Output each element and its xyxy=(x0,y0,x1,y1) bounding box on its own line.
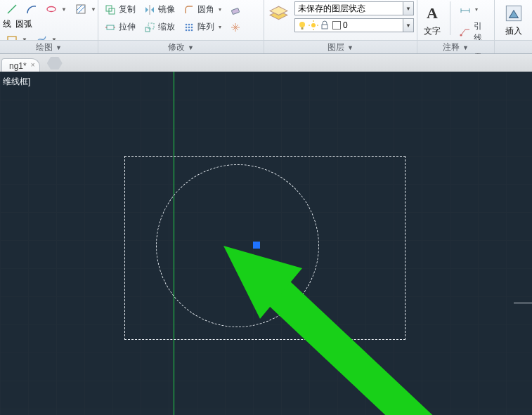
svg-rect-22 xyxy=(301,27,304,29)
arc-label: 圆弧 xyxy=(15,18,32,30)
svg-point-1 xyxy=(47,7,56,12)
stretch-button[interactable]: 拉伸 xyxy=(101,19,139,35)
chevron-down-icon: ▼ xyxy=(403,19,413,32)
svg-rect-28 xyxy=(322,25,327,29)
fillet-button[interactable]: 圆角▾ xyxy=(180,1,225,18)
current-layer-name: 0 xyxy=(343,20,348,30)
chevron-down-icon: ▼ xyxy=(462,44,469,51)
svg-point-13 xyxy=(188,23,190,25)
document-tab[interactable]: ng1* × xyxy=(1,58,40,73)
chevron-down-icon: ▼ xyxy=(61,6,67,13)
svg-point-17 xyxy=(191,26,193,28)
insert-block-button[interactable] xyxy=(502,1,526,25)
mirror-icon xyxy=(144,4,155,15)
svg-line-0 xyxy=(8,5,16,13)
svg-point-18 xyxy=(186,29,188,31)
svg-point-21 xyxy=(299,22,305,27)
arc-icon xyxy=(26,4,37,15)
leader-icon xyxy=(460,27,471,38)
visual-style-label[interactable]: 维线框] xyxy=(3,76,30,88)
panel-title-layer[interactable]: 图层▼ xyxy=(264,40,417,53)
chevron-down-icon: ▼ xyxy=(403,2,413,15)
panel-layer: 未保存的图层状态 ▼ 0 ▼ 图层▼ xyxy=(264,0,417,53)
text-icon: A xyxy=(420,1,444,25)
hatch-icon xyxy=(75,4,86,15)
layer-properties-button[interactable] xyxy=(267,1,290,25)
line-button[interactable] xyxy=(3,1,21,17)
svg-rect-10 xyxy=(145,27,150,32)
svg-point-14 xyxy=(191,23,193,25)
mirror-button[interactable]: 镜像 xyxy=(141,1,179,18)
explode-icon xyxy=(230,22,241,33)
document-tab-label: ng1* xyxy=(9,61,27,71)
ellipse-button[interactable]: ▼ xyxy=(42,1,70,17)
svg-point-23 xyxy=(311,23,316,27)
chevron-down-icon: ▼ xyxy=(56,44,62,51)
close-icon[interactable]: × xyxy=(30,62,37,69)
current-layer-combo[interactable]: 0 ▼ xyxy=(294,18,414,32)
stray-line-segment xyxy=(514,303,532,303)
panel-title-annotate[interactable]: 注释▼ xyxy=(417,40,494,53)
chevron-down-icon: ▼ xyxy=(347,44,353,51)
svg-point-16 xyxy=(188,26,190,28)
panel-title-insert xyxy=(495,40,532,53)
erase-button[interactable] xyxy=(226,1,245,18)
arc-button[interactable] xyxy=(22,1,41,17)
svg-rect-11 xyxy=(148,23,154,29)
layer-state-text: 未保存的图层状态 xyxy=(298,3,365,15)
erase-icon xyxy=(230,4,241,15)
panel-title-draw[interactable]: 绘图▼ xyxy=(0,40,98,53)
svg-point-32 xyxy=(460,34,462,36)
layer-color-swatch xyxy=(332,21,341,29)
document-tab-bar: ng1* × xyxy=(0,54,532,73)
panel-title-modify[interactable]: 修改▼ xyxy=(98,40,264,53)
svg-rect-8 xyxy=(231,8,239,14)
chevron-down-icon: ▾ xyxy=(219,6,221,13)
chevron-down-icon: ▼ xyxy=(188,44,194,51)
dimension-icon xyxy=(460,4,471,15)
svg-point-12 xyxy=(186,23,188,25)
drawing-canvas[interactable]: 维线框] xyxy=(0,72,532,415)
layer-state-combo[interactable]: 未保存的图层状态 ▼ xyxy=(294,1,414,15)
svg-point-15 xyxy=(186,26,188,28)
object-grip[interactable] xyxy=(253,242,260,249)
array-button[interactable]: 阵列▾ xyxy=(180,19,225,35)
fillet-icon xyxy=(183,4,195,15)
line-label: 线 xyxy=(3,18,11,30)
panel-draw: ▼ ▼ 线 圆弧 ▼ xyxy=(0,0,98,53)
explode-button[interactable] xyxy=(226,19,245,35)
ribbon: ▼ ▼ 线 圆弧 ▼ xyxy=(0,0,532,54)
panel-modify: 复制 镜像 圆角▾ 拉伸 缩放 阵列▾ 修改▼ xyxy=(98,0,264,53)
stretch-icon xyxy=(105,22,116,33)
ellipse-icon xyxy=(46,4,57,15)
svg-point-19 xyxy=(188,29,190,31)
selection-circle xyxy=(156,164,319,327)
panel-insert: 插入 xyxy=(495,0,532,53)
dimension-button[interactable]: ▾ xyxy=(456,1,491,17)
chevron-down-icon: ▼ xyxy=(91,6,96,13)
sun-icon xyxy=(308,20,319,31)
svg-line-4 xyxy=(78,6,85,13)
hatch-button[interactable]: ▼ xyxy=(72,1,100,17)
lock-icon xyxy=(319,20,330,31)
insert-label: 插入 xyxy=(505,25,522,37)
new-tab-button[interactable] xyxy=(47,57,63,70)
panel-annotate: A 文字 ▾ 引线 表格 注释▼ xyxy=(417,0,495,53)
chevron-down-icon: ▾ xyxy=(219,24,221,30)
copy-button[interactable]: 复制 xyxy=(101,1,139,18)
chevron-down-icon: ▾ xyxy=(475,6,478,13)
array-icon xyxy=(183,22,195,33)
scale-icon xyxy=(144,22,155,33)
lightbulb-icon xyxy=(297,20,308,31)
text-button[interactable]: A 文字 xyxy=(420,1,444,37)
svg-point-20 xyxy=(191,29,193,31)
line-icon xyxy=(6,4,18,15)
svg-rect-9 xyxy=(107,25,114,29)
copy-icon xyxy=(105,4,116,15)
scale-button[interactable]: 缩放 xyxy=(141,19,179,35)
